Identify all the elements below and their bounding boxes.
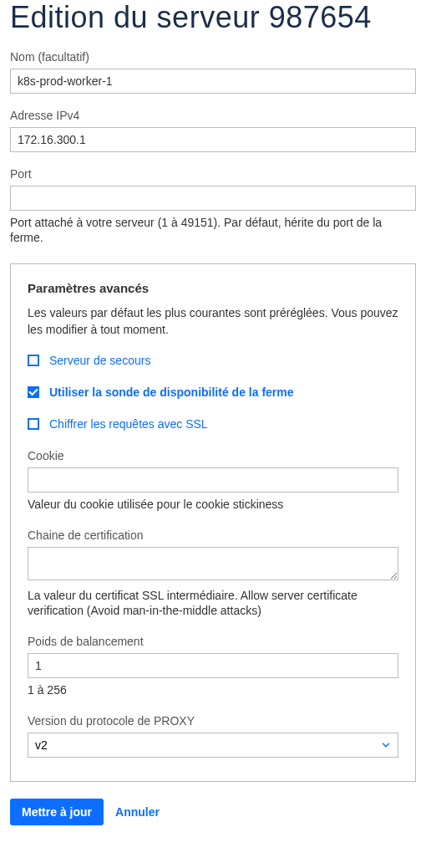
ssl-checkbox-label: Chiffrer les requêtes avec SSL	[49, 417, 208, 431]
name-input[interactable]	[10, 69, 416, 94]
submit-button[interactable]: Mettre à jour	[10, 799, 104, 825]
cookie-field: Cookie Valeur du cookie utilisée pour le…	[28, 449, 398, 512]
backup-checkbox[interactable]	[28, 355, 39, 366]
cert-chain-label: Chaine de certification	[28, 528, 398, 542]
ipv4-input[interactable]	[10, 127, 416, 152]
backup-checkbox-label: Serveur de secours	[49, 354, 150, 367]
cert-chain-field: Chaine de certification La valeur du cer…	[28, 528, 398, 618]
ssl-checkbox[interactable]	[28, 418, 39, 430]
proxy-version-select[interactable]: v2	[28, 733, 398, 758]
cookie-label: Cookie	[28, 449, 398, 462]
cancel-button[interactable]: Annuler	[115, 805, 160, 819]
weight-field: Poids de balancement 1 à 256	[28, 635, 398, 697]
cookie-helper: Valeur du cookie utilisée pour le cookie…	[28, 497, 398, 512]
backup-checkbox-row[interactable]: Serveur de secours	[28, 354, 398, 367]
advanced-panel: Paramètres avancés Les valeurs par défau…	[10, 263, 416, 782]
cert-chain-helper: La valeur du certificat SSL intermédiair…	[28, 588, 398, 618]
name-field-group: Nom (facultatif)	[10, 50, 416, 94]
port-label: Port	[10, 167, 416, 181]
weight-input[interactable]	[28, 653, 398, 678]
probe-checkbox-label: Utiliser la sonde de disponibilité de la…	[49, 385, 294, 399]
advanced-title: Paramètres avancés	[28, 281, 398, 295]
proxy-version-label: Version du protocole de PROXY	[28, 714, 398, 728]
actions-row: Mettre à jour Annuler	[10, 799, 416, 825]
ssl-checkbox-row[interactable]: Chiffrer les requêtes avec SSL	[28, 417, 398, 431]
ipv4-field-group: Adresse IPv4	[10, 109, 416, 152]
probe-checkbox[interactable]	[28, 386, 39, 398]
cert-chain-input[interactable]	[28, 547, 398, 580]
probe-checkbox-row[interactable]: Utiliser la sonde de disponibilité de la…	[28, 385, 398, 399]
port-field-group: Port Port attaché à votre serveur (1 à 4…	[10, 167, 416, 245]
page-title: Edition du serveur 987654	[10, 0, 416, 35]
ipv4-label: Adresse IPv4	[10, 109, 416, 122]
weight-label: Poids de balancement	[28, 635, 398, 648]
weight-helper: 1 à 256	[28, 682, 398, 697]
proxy-version-field: Version du protocole de PROXY v2	[28, 714, 398, 758]
advanced-description: Les valeurs par défaut les plus courante…	[28, 305, 398, 338]
port-input[interactable]	[10, 186, 416, 211]
port-helper: Port attaché à votre serveur (1 à 49151)…	[10, 215, 416, 245]
cookie-input[interactable]	[28, 467, 398, 493]
name-label: Nom (facultatif)	[10, 50, 416, 64]
